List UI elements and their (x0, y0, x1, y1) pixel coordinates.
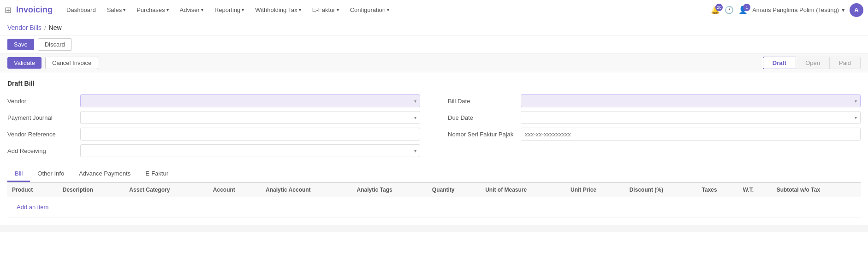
status-step-open: Open (796, 57, 829, 69)
chevron-down-icon: ▾ (201, 7, 203, 12)
tab-bill[interactable]: Bill (7, 166, 30, 182)
add-receiving-label: Add Receiving (7, 147, 77, 154)
user-status-button[interactable]: 👤 1 (738, 6, 748, 14)
user-menu[interactable]: Amaris Panglima Polim (Testing) ▾ (752, 6, 845, 13)
bill-table: Product Description Asset Category Accou… (7, 182, 861, 217)
chevron-down-icon: ▾ (337, 7, 339, 12)
due-date-label: Due Date (448, 114, 517, 121)
save-button[interactable]: Save (7, 39, 34, 50)
add-receiving-select[interactable] (80, 144, 420, 157)
bill-date-label: Bill Date (448, 98, 517, 105)
col-product: Product (7, 183, 58, 197)
due-date-select[interactable] (521, 111, 861, 124)
vendor-row: Vendor ▾ (7, 94, 420, 107)
table-header-row: Product Description Asset Category Accou… (7, 183, 861, 197)
col-account: Account (208, 183, 261, 197)
col-taxes: Taxes (697, 183, 738, 197)
nav-item-adviser[interactable]: Adviser ▾ (175, 5, 208, 15)
tab-advance-payments[interactable]: Advance Payments (71, 166, 138, 182)
table-row: Add an item (7, 197, 861, 217)
vendor-label: Vendor (7, 98, 77, 105)
breadcrumb-separator: / (44, 24, 46, 31)
form-grid: Vendor ▾ Payment Journal ▾ (7, 94, 861, 157)
breadcrumb: Vendor Bills / New (0, 20, 868, 35)
nomor-seri-label: Nomor Seri Faktur Pajak (448, 131, 517, 138)
payment-journal-select-wrap: ▾ (80, 111, 420, 124)
col-description: Description (58, 183, 125, 197)
due-date-select-wrap: ▾ (521, 111, 861, 124)
nav-item-reporting[interactable]: Reporting ▾ (210, 5, 249, 15)
draft-title: Draft Bill (7, 80, 861, 87)
col-quantity: Quantity (428, 183, 481, 197)
top-navigation: ⊞ Invoicing Dashboard Sales ▾ Purchases … (0, 0, 868, 20)
bill-date-row: Bill Date ▾ (448, 94, 861, 107)
breadcrumb-current: New (49, 24, 62, 31)
nomor-seri-row: Nomor Seri Faktur Pajak (448, 128, 861, 141)
action-bar: Save Discard (0, 35, 868, 54)
nav-item-purchases[interactable]: Purchases ▾ (132, 5, 173, 15)
bottom-scrollbar[interactable] (0, 225, 868, 232)
tab-efaktur[interactable]: E-Faktur (138, 166, 176, 182)
payment-journal-label: Payment Journal (7, 114, 77, 121)
nav-item-efaktur[interactable]: E-Faktur ▾ (308, 5, 344, 15)
form-left-section: Vendor ▾ Payment Journal ▾ (7, 94, 420, 157)
breadcrumb-parent[interactable]: Vendor Bills (7, 24, 42, 31)
notification-button[interactable]: 🔔 20 (711, 6, 720, 14)
nav-item-dashboard[interactable]: Dashboard (62, 5, 101, 15)
col-discount: Discount (%) (625, 183, 697, 197)
grid-menu-icon[interactable]: ⊞ (5, 5, 12, 15)
chevron-down-icon: ▾ (299, 7, 301, 12)
nav-item-sales[interactable]: Sales ▾ (102, 5, 131, 15)
col-analytic-account: Analytic Account (261, 183, 352, 197)
chevron-down-icon: ▾ (387, 7, 389, 12)
col-wt: W.T. (738, 183, 772, 197)
add-receiving-row: Add Receiving ▾ (7, 144, 420, 157)
status-step-paid: Paid (829, 57, 861, 69)
chevron-down-icon: ▾ (242, 7, 244, 12)
vendor-reference-row: Vendor Reference (7, 128, 420, 141)
chevron-down-icon: ▾ (842, 6, 845, 13)
status-step-draft: Draft (763, 57, 796, 69)
chevron-down-icon: ▾ (166, 7, 169, 12)
bill-date-select[interactable] (521, 94, 861, 107)
avatar[interactable]: A (850, 3, 863, 17)
main-content: Draft Bill Vendor ▾ Payment Journal (0, 72, 868, 225)
col-unit-price: Unit Price (566, 183, 625, 197)
vendor-reference-label: Vendor Reference (7, 131, 77, 138)
tab-bar: Bill Other Info Advance Payments E-Faktu… (7, 166, 861, 182)
payment-journal-select[interactable] (80, 111, 420, 124)
nav-right-area: 🔔 20 🕐 👤 1 Amaris Panglima Polim (Testin… (711, 3, 863, 17)
user-badge: 1 (743, 4, 750, 11)
cancel-invoice-button[interactable]: Cancel Invoice (45, 57, 98, 69)
due-date-row: Due Date ▾ (448, 111, 861, 124)
status-bar: Validate Cancel Invoice Draft Open Paid (0, 54, 868, 72)
app-brand: Invoicing (16, 5, 53, 15)
tab-other-info[interactable]: Other Info (30, 166, 71, 182)
vendor-select-wrap: ▾ (80, 94, 420, 107)
col-subtotal: Subtotal w/o Tax (772, 183, 861, 197)
validate-button[interactable]: Validate (7, 57, 42, 69)
nomor-seri-input[interactable] (521, 128, 861, 141)
vendor-reference-input[interactable] (80, 128, 420, 141)
add-item-button[interactable]: Add an item (12, 200, 53, 214)
chevron-down-icon: ▾ (123, 7, 125, 12)
nav-item-withholding-tax[interactable]: Withholding Tax ▾ (250, 5, 306, 15)
payment-journal-row: Payment Journal ▾ (7, 111, 420, 124)
vendor-select[interactable] (80, 94, 420, 107)
col-unit-of-measure: Unit of Measure (481, 183, 566, 197)
status-steps: Draft Open Paid (763, 57, 861, 69)
user-name: Amaris Panglima Polim (Testing) (752, 6, 839, 13)
col-asset-category: Asset Category (125, 183, 208, 197)
clock-button[interactable]: 🕐 (725, 6, 734, 14)
col-analytic-tags: Analytic Tags (352, 183, 428, 197)
discard-button[interactable]: Discard (38, 38, 72, 51)
nav-item-configuration[interactable]: Configuration ▾ (345, 5, 394, 15)
bill-date-select-wrap: ▾ (521, 94, 861, 107)
notification-badge: 20 (715, 4, 723, 11)
add-receiving-select-wrap: ▾ (80, 144, 420, 157)
form-right-section: Bill Date ▾ Due Date ▾ (448, 94, 861, 157)
nav-menu: Dashboard Sales ▾ Purchases ▾ Adviser ▾ … (62, 5, 711, 15)
